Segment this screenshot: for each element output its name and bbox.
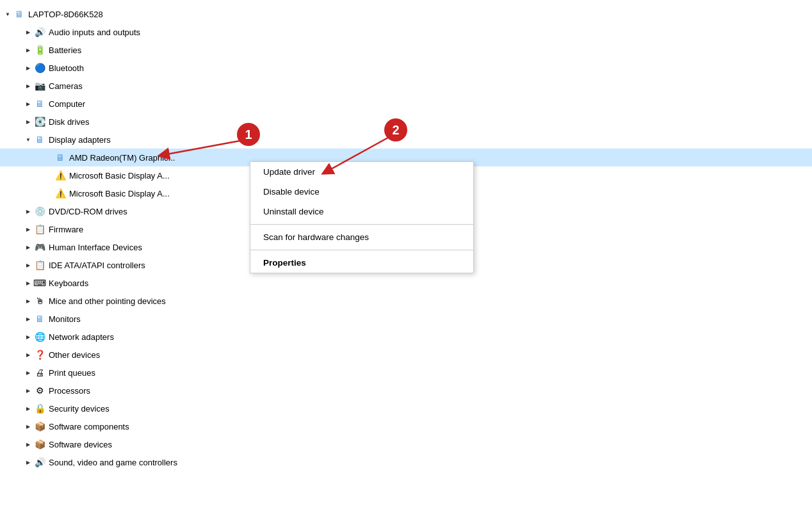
expand-keyboards[interactable] <box>23 278 33 288</box>
expand-softcomp[interactable] <box>23 421 33 431</box>
display-icon: 🖥 <box>33 134 46 145</box>
expand-hid[interactable] <box>23 242 33 252</box>
context-uninstall[interactable]: Uninstall device <box>250 202 473 221</box>
expand-ide[interactable] <box>23 260 33 270</box>
expand-bluetooth[interactable] <box>23 63 33 73</box>
disk-label: Disk drives <box>49 117 90 127</box>
security-label: Security devices <box>49 404 110 414</box>
expand-ms1 <box>44 170 54 181</box>
network-icon: 🌐 <box>33 332 46 342</box>
tree-item-sound[interactable]: 🔊 Sound, video and game controllers <box>0 453 812 471</box>
expand-processors[interactable] <box>23 385 33 396</box>
expand-audio[interactable] <box>23 27 33 37</box>
tree-item-audio[interactable]: 🔊 Audio inputs and outputs <box>0 23 812 41</box>
annotation-2: 2 <box>384 118 407 141</box>
audio-label: Audio inputs and outputs <box>49 28 140 37</box>
tree-item-other[interactable]: ❓ Other devices <box>0 346 812 364</box>
expand-computer[interactable] <box>23 99 33 109</box>
expand-sound[interactable] <box>23 457 33 467</box>
mice-icon: 🖱 <box>33 296 46 306</box>
hid-label: Human Interface Devices <box>49 243 142 252</box>
context-update[interactable]: Update driver <box>250 162 473 182</box>
sound-label: Sound, video and game controllers <box>49 458 177 467</box>
tree-item-batteries[interactable]: 🔋 Batteries <box>0 41 812 59</box>
tree-item-mice[interactable]: 🖱 Mice and other pointing devices <box>0 292 812 310</box>
root-label: LAPTOP-8D66K528 <box>28 10 103 19</box>
network-label: Network adapters <box>49 332 114 342</box>
context-separator-1 <box>250 224 473 225</box>
print-icon: 🖨 <box>33 367 46 378</box>
context-separator-2 <box>250 250 473 250</box>
tree-item-print[interactable]: 🖨 Print queues <box>0 364 812 382</box>
security-icon: 🔒 <box>33 403 46 414</box>
annotation-1-label: 1 <box>245 127 252 142</box>
other-label: Other devices <box>49 350 100 360</box>
ms2-label: Microsoft Basic Display A... <box>69 189 170 198</box>
computer-label: Computer <box>49 99 85 109</box>
other-icon: ❓ <box>33 350 46 360</box>
cameras-label: Cameras <box>49 81 83 91</box>
print-label: Print queues <box>49 368 95 378</box>
monitors-icon: 🖥 <box>33 314 46 324</box>
monitors-label: Monitors <box>49 314 81 324</box>
ms1-label: Microsoft Basic Display A... <box>69 171 170 181</box>
ms1-icon: ⚠️ <box>54 170 67 181</box>
firmware-label: Firmware <box>49 225 83 234</box>
expand-root[interactable] <box>3 9 13 19</box>
context-scan[interactable]: Scan for hardware changes <box>250 227 473 247</box>
annotation-1: 1 <box>237 123 260 146</box>
expand-mice[interactable] <box>23 296 33 306</box>
expand-other[interactable] <box>23 350 33 360</box>
amd-label: AMD Radeon(TM) Graphic... <box>69 153 175 163</box>
expand-dvd[interactable] <box>23 206 33 216</box>
expand-print[interactable] <box>23 367 33 378</box>
processors-label: Processors <box>49 386 90 396</box>
softcomp-label: Software components <box>49 422 129 431</box>
annotation-2-label: 2 <box>392 123 399 138</box>
context-properties[interactable]: Properties <box>250 253 473 273</box>
sound-icon: 🔊 <box>33 457 46 467</box>
batteries-label: Batteries <box>49 45 81 55</box>
expand-firmware[interactable] <box>23 224 33 234</box>
bluetooth-icon: 🔵 <box>33 63 46 73</box>
context-disable[interactable]: Disable device <box>250 182 473 202</box>
ide-label: IDE ATA/ATAPI controllers <box>49 261 145 270</box>
tree-item-bluetooth[interactable]: 🔵 Bluetooth <box>0 59 812 77</box>
expand-cameras[interactable] <box>23 81 33 91</box>
expand-monitors[interactable] <box>23 314 33 324</box>
batteries-icon: 🔋 <box>33 45 46 55</box>
expand-display[interactable] <box>23 134 33 145</box>
ms2-icon: ⚠️ <box>54 188 67 198</box>
disk-icon: 💽 <box>33 117 46 127</box>
root-icon: 🖥 <box>13 9 26 19</box>
tree-item-keyboards[interactable]: ⌨ Keyboards <box>0 274 812 292</box>
tree-item-softcomp[interactable]: 📦 Software components <box>0 417 812 435</box>
expand-batteries[interactable] <box>23 45 33 55</box>
tree-item-computer[interactable]: 🖥 Computer <box>0 95 812 113</box>
amd-icon: 🖥 <box>54 152 67 163</box>
tree-item-processors[interactable]: ⚙ Processors <box>0 382 812 399</box>
tree-item-monitors[interactable]: 🖥 Monitors <box>0 310 812 328</box>
mice-label: Mice and other pointing devices <box>49 296 166 306</box>
expand-security[interactable] <box>23 403 33 414</box>
tree-root[interactable]: 🖥 LAPTOP-8D66K528 <box>0 5 812 23</box>
tree-item-security[interactable]: 🔒 Security devices <box>0 399 812 417</box>
keyboards-label: Keyboards <box>49 278 88 288</box>
tree-item-softdev[interactable]: 📦 Software devices <box>0 435 812 453</box>
softdev-icon: 📦 <box>33 439 46 449</box>
tree-item-cameras[interactable]: 📷 Cameras <box>0 77 812 95</box>
expand-disk[interactable] <box>23 117 33 127</box>
processors-icon: ⚙ <box>33 385 46 396</box>
keyboards-icon: ⌨ <box>33 278 46 288</box>
device-manager: 🖥 LAPTOP-8D66K528 🔊 Audio inputs and out… <box>0 0 812 507</box>
cameras-icon: 📷 <box>33 81 46 91</box>
dvd-icon: 💿 <box>33 206 46 216</box>
firmware-icon: 📋 <box>33 224 46 234</box>
softcomp-icon: 📦 <box>33 421 46 431</box>
expand-ms2 <box>44 188 54 198</box>
expand-softdev[interactable] <box>23 439 33 449</box>
expand-network[interactable] <box>23 332 33 342</box>
context-menu: Update driver Disable device Uninstall d… <box>250 161 474 273</box>
audio-icon: 🔊 <box>33 27 46 37</box>
tree-item-network[interactable]: 🌐 Network adapters <box>0 328 812 346</box>
